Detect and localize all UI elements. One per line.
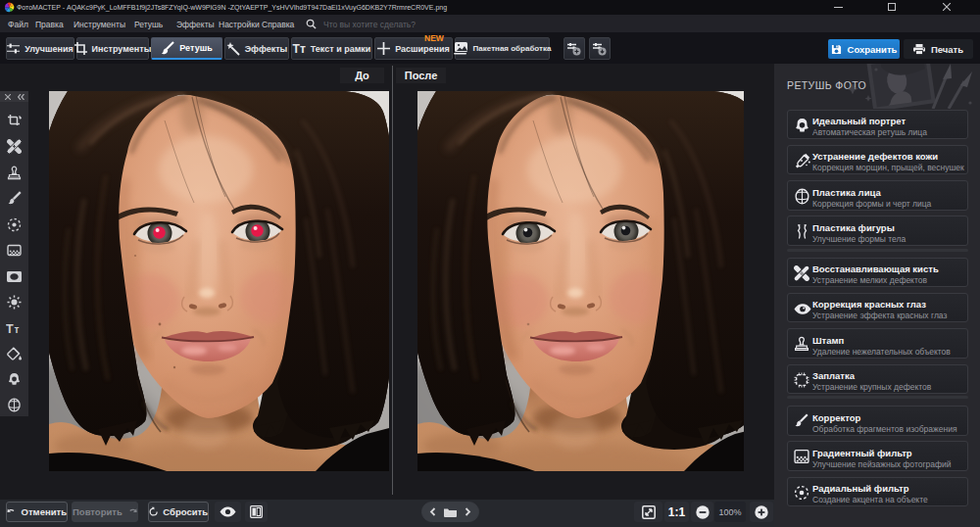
svg-text:т: т	[15, 324, 20, 335]
svg-text:T: T	[6, 322, 14, 336]
